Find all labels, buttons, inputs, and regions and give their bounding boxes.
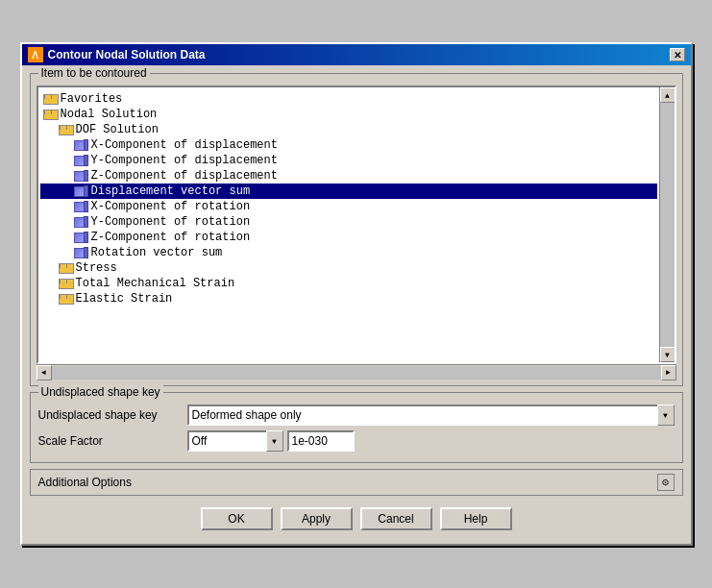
item-icon — [73, 138, 88, 152]
tree-item-label: DOF Solution — [76, 123, 159, 136]
close-button[interactable]: ✕ — [670, 48, 685, 61]
undisplaced-shape-select-wrapper: Deformed shape only ▼ — [187, 404, 675, 426]
tree-item-label: Rotation vector sum — [91, 246, 223, 259]
tree-container: FavoritesNodal SolutionDOF SolutionX-Com… — [37, 86, 676, 364]
additional-options-label: Additional Options — [38, 476, 132, 489]
app-icon: Λ — [28, 47, 43, 62]
tree-item-x-rot[interactable]: X-Component of rotation — [40, 199, 657, 214]
tree-item-label: Y-Component of displacement — [91, 154, 278, 167]
additional-options-row[interactable]: Additional Options ⊙ — [30, 469, 683, 496]
tree-item-y-disp[interactable]: Y-Component of displacement — [40, 153, 657, 168]
undisplaced-shape-row: Undisplaced shape key Deformed shape onl… — [37, 404, 676, 426]
apply-button[interactable]: Apply — [281, 507, 353, 530]
tree-item-disp-vector[interactable]: Displacement vector sum — [40, 184, 657, 199]
additional-options-toggle-icon[interactable]: ⊙ — [657, 474, 675, 491]
folder-icon — [58, 123, 73, 136]
tree-item-label: Total Mechanical Strain — [76, 277, 235, 290]
item-icon — [73, 154, 88, 167]
folder-icon — [42, 108, 58, 121]
cancel-button[interactable]: Cancel — [360, 507, 432, 530]
tree-group-label: Item to be contoured — [38, 66, 150, 80]
tree-item-x-disp[interactable]: X-Component of displacement — [40, 137, 657, 153]
scale-factor-label: Scale Factor — [38, 434, 187, 448]
tree-item-total-mech[interactable]: Total Mechanical Strain — [40, 276, 657, 291]
horizontal-scrollbar[interactable]: ◄ ► — [37, 364, 676, 380]
undisplaced-shape-dropdown-arrow[interactable]: ▼ — [657, 404, 675, 426]
scroll-track[interactable] — [660, 103, 675, 347]
folder-icon — [58, 261, 73, 275]
tree-item-nodal-solution[interactable]: Nodal Solution — [40, 107, 657, 122]
button-row: OK Apply Cancel Help — [30, 503, 683, 536]
undisplaced-group-box: Undisplaced shape key Undisplaced shape … — [30, 392, 683, 463]
dialog-window: Λ Contour Nodal Solution Data ✕ Item to … — [20, 42, 693, 546]
scroll-down-button[interactable]: ▼ — [660, 347, 675, 362]
item-icon — [73, 200, 88, 213]
item-icon — [73, 246, 88, 259]
vertical-scrollbar[interactable]: ▲ ▼ — [659, 87, 675, 362]
tree-item-favorites[interactable]: Favorites — [40, 91, 657, 107]
tree-item-label: Elastic Strain — [76, 292, 173, 306]
scroll-left-button[interactable]: ◄ — [37, 365, 52, 380]
tree-item-label: Favorites — [61, 92, 123, 106]
tree-item-y-rot[interactable]: Y-Component of rotation — [40, 214, 657, 230]
tree-item-stress[interactable]: Stress — [40, 260, 657, 276]
folder-icon — [42, 92, 58, 106]
tree-item-label: Y-Component of rotation — [91, 215, 251, 229]
scale-factor-select-wrapper: Off ▼ — [187, 430, 283, 452]
tree-item-label: Z-Component of displacement — [91, 169, 278, 183]
tree-item-label: Stress — [76, 261, 117, 275]
tree-item-label: X-Component of displacement — [91, 138, 278, 152]
folder-icon — [58, 277, 73, 290]
tree-item-z-rot[interactable]: Z-Component of rotation — [40, 230, 657, 245]
tree-item-label: X-Component of rotation — [91, 200, 251, 213]
scroll-right-button[interactable]: ► — [661, 365, 676, 380]
item-icon — [73, 169, 88, 183]
item-icon — [73, 215, 88, 229]
dialog-body: Item to be contoured FavoritesNodal Solu… — [22, 65, 691, 544]
tree-item-elastic-strain[interactable]: Elastic Strain — [40, 291, 657, 306]
tree-item-z-disp[interactable]: Z-Component of displacement — [40, 168, 657, 184]
tree-content[interactable]: FavoritesNodal SolutionDOF SolutionX-Com… — [38, 87, 659, 362]
scale-factor-row: Scale Factor Off ▼ 1e-030 — [37, 430, 676, 452]
help-button[interactable]: Help — [440, 507, 512, 530]
scroll-up-button[interactable]: ▲ — [660, 87, 675, 103]
tree-item-dof-solution[interactable]: DOF Solution — [40, 122, 657, 137]
scale-factor-dropdown-arrow[interactable]: ▼ — [266, 430, 283, 452]
h-scroll-track[interactable] — [52, 366, 661, 380]
dialog-title: Contour Nodal Solution Data — [48, 48, 206, 61]
title-bar: Λ Contour Nodal Solution Data ✕ — [22, 44, 691, 65]
tree-item-label: Z-Component of rotation — [91, 231, 251, 244]
tree-item-label: Displacement vector sum — [91, 184, 251, 198]
undisplaced-group-label: Undisplaced shape key — [38, 385, 163, 399]
tree-group-box: Item to be contoured FavoritesNodal Solu… — [30, 73, 683, 386]
folder-icon — [58, 292, 73, 306]
tree-item-label: Nodal Solution — [61, 108, 158, 121]
scale-factor-input[interactable]: 1e-030 — [287, 430, 355, 452]
tree-item-rot-vector[interactable]: Rotation vector sum — [40, 245, 657, 260]
undisplaced-shape-label: Undisplaced shape key — [38, 408, 187, 422]
item-icon — [73, 184, 88, 198]
undisplaced-shape-value[interactable]: Deformed shape only — [187, 404, 675, 426]
ok-button[interactable]: OK — [201, 507, 273, 530]
item-icon — [73, 231, 88, 244]
